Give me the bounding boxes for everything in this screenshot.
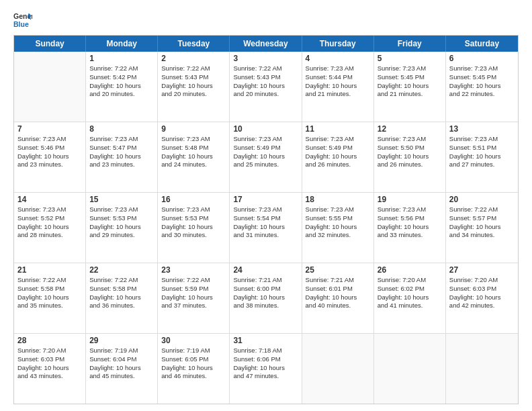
day-info: Sunrise: 7:23 AM Sunset: 5:56 PM Dayligh… (378, 205, 442, 240)
calendar-week-1: 1 Sunrise: 7:22 AM Sunset: 5:42 PM Dayli… (14, 52, 518, 122)
day-info: Sunrise: 7:23 AM Sunset: 5:51 PM Dayligh… (449, 135, 515, 169)
day-info: Sunrise: 7:18 AM Sunset: 6:06 PM Dayligh… (233, 347, 298, 381)
calendar-week-3: 14 Sunrise: 7:23 AM Sunset: 5:52 PM Dayl… (14, 193, 518, 263)
day-cell-10: 10 Sunrise: 7:23 AM Sunset: 5:49 PM Dayl… (230, 122, 302, 192)
day-info: Sunrise: 7:22 AM Sunset: 5:43 PM Dayligh… (161, 64, 226, 99)
header: General Blue (13, 11, 519, 30)
day-cell-22: 22 Sunrise: 7:22 AM Sunset: 5:58 PM Dayl… (86, 263, 158, 333)
calendar-week-4: 21 Sunrise: 7:22 AM Sunset: 5:58 PM Dayl… (14, 263, 518, 334)
header-day-tuesday: Tuesday (158, 36, 230, 52)
day-info: Sunrise: 7:23 AM Sunset: 5:45 PM Dayligh… (449, 64, 515, 99)
day-info: Sunrise: 7:19 AM Sunset: 6:05 PM Dayligh… (161, 347, 226, 381)
day-info: Sunrise: 7:21 AM Sunset: 6:00 PM Dayligh… (233, 276, 298, 310)
day-info: Sunrise: 7:23 AM Sunset: 5:45 PM Dayligh… (378, 64, 442, 99)
day-cell-28: 28 Sunrise: 7:20 AM Sunset: 6:03 PM Dayl… (14, 334, 86, 404)
page: General Blue SundayMondayTuesdayWednesda… (0, 0, 532, 411)
day-cell-1: 1 Sunrise: 7:22 AM Sunset: 5:42 PM Dayli… (86, 52, 158, 122)
calendar-week-5: 28 Sunrise: 7:20 AM Sunset: 6:03 PM Dayl… (14, 334, 518, 404)
day-number: 11 (306, 124, 370, 134)
day-info: Sunrise: 7:23 AM Sunset: 5:52 PM Dayligh… (17, 205, 82, 240)
day-info: Sunrise: 7:20 AM Sunset: 6:03 PM Dayligh… (17, 347, 82, 381)
day-cell-11: 11 Sunrise: 7:23 AM Sunset: 5:49 PM Dayl… (302, 122, 374, 192)
day-cell-18: 18 Sunrise: 7:23 AM Sunset: 5:55 PM Dayl… (302, 193, 374, 263)
day-number: 31 (233, 336, 298, 345)
day-info: Sunrise: 7:22 AM Sunset: 5:43 PM Dayligh… (233, 64, 298, 99)
day-cell-29: 29 Sunrise: 7:19 AM Sunset: 6:04 PM Dayl… (86, 334, 158, 404)
logo-icon: General Blue (13, 11, 32, 30)
day-number: 28 (17, 336, 82, 345)
day-number: 16 (161, 195, 226, 204)
calendar-week-2: 7 Sunrise: 7:23 AM Sunset: 5:46 PM Dayli… (14, 122, 518, 193)
day-number: 8 (89, 124, 154, 134)
day-info: Sunrise: 7:23 AM Sunset: 5:53 PM Dayligh… (161, 205, 226, 240)
day-cell-8: 8 Sunrise: 7:23 AM Sunset: 5:47 PM Dayli… (86, 122, 158, 192)
day-info: Sunrise: 7:23 AM Sunset: 5:54 PM Dayligh… (233, 205, 298, 240)
day-cell-27: 27 Sunrise: 7:20 AM Sunset: 6:03 PM Dayl… (446, 263, 518, 333)
header-day-thursday: Thursday (302, 36, 374, 52)
day-info: Sunrise: 7:19 AM Sunset: 6:04 PM Dayligh… (89, 347, 154, 381)
day-info: Sunrise: 7:22 AM Sunset: 5:42 PM Dayligh… (89, 64, 154, 99)
day-number: 9 (161, 124, 226, 134)
day-cell-14: 14 Sunrise: 7:23 AM Sunset: 5:52 PM Dayl… (14, 193, 86, 263)
header-day-saturday: Saturday (446, 36, 518, 52)
day-cell-4: 4 Sunrise: 7:23 AM Sunset: 5:44 PM Dayli… (302, 52, 374, 122)
day-number: 24 (233, 265, 298, 275)
day-number: 29 (89, 336, 154, 345)
day-cell-17: 17 Sunrise: 7:23 AM Sunset: 5:54 PM Dayl… (230, 193, 302, 263)
day-info: Sunrise: 7:23 AM Sunset: 5:44 PM Dayligh… (306, 64, 370, 99)
day-number: 15 (89, 195, 154, 204)
day-number: 21 (17, 265, 82, 275)
day-number: 30 (161, 336, 226, 345)
day-number: 26 (378, 265, 442, 275)
day-cell-5: 5 Sunrise: 7:23 AM Sunset: 5:45 PM Dayli… (374, 52, 446, 122)
day-info: Sunrise: 7:23 AM Sunset: 5:47 PM Dayligh… (89, 135, 154, 169)
day-number: 6 (449, 54, 515, 63)
day-number: 10 (233, 124, 298, 134)
day-cell-12: 12 Sunrise: 7:23 AM Sunset: 5:50 PM Dayl… (374, 122, 446, 192)
empty-cell (374, 334, 446, 404)
day-number: 3 (233, 54, 298, 63)
day-info: Sunrise: 7:23 AM Sunset: 5:53 PM Dayligh… (89, 205, 154, 240)
day-info: Sunrise: 7:23 AM Sunset: 5:49 PM Dayligh… (306, 135, 370, 169)
calendar-body: 1 Sunrise: 7:22 AM Sunset: 5:42 PM Dayli… (14, 52, 518, 404)
day-number: 14 (17, 195, 82, 204)
day-cell-6: 6 Sunrise: 7:23 AM Sunset: 5:45 PM Dayli… (446, 52, 518, 122)
day-number: 23 (161, 265, 226, 275)
header-day-sunday: Sunday (14, 36, 86, 52)
day-info: Sunrise: 7:23 AM Sunset: 5:46 PM Dayligh… (17, 135, 82, 169)
day-cell-31: 31 Sunrise: 7:18 AM Sunset: 6:06 PM Dayl… (230, 334, 302, 404)
day-cell-13: 13 Sunrise: 7:23 AM Sunset: 5:51 PM Dayl… (446, 122, 518, 192)
day-number: 25 (306, 265, 370, 275)
day-info: Sunrise: 7:22 AM Sunset: 5:59 PM Dayligh… (161, 276, 226, 310)
day-number: 13 (449, 124, 515, 134)
day-cell-3: 3 Sunrise: 7:22 AM Sunset: 5:43 PM Dayli… (230, 52, 302, 122)
empty-cell (302, 334, 374, 404)
day-number: 1 (89, 54, 154, 63)
day-number: 17 (233, 195, 298, 204)
day-info: Sunrise: 7:22 AM Sunset: 5:58 PM Dayligh… (89, 276, 154, 310)
day-info: Sunrise: 7:23 AM Sunset: 5:50 PM Dayligh… (378, 135, 442, 169)
day-cell-20: 20 Sunrise: 7:22 AM Sunset: 5:57 PM Dayl… (446, 193, 518, 263)
svg-text:Blue: Blue (13, 20, 29, 28)
day-number: 19 (378, 195, 442, 204)
day-cell-23: 23 Sunrise: 7:22 AM Sunset: 5:59 PM Dayl… (158, 263, 230, 333)
day-info: Sunrise: 7:23 AM Sunset: 5:48 PM Dayligh… (161, 135, 226, 169)
day-cell-9: 9 Sunrise: 7:23 AM Sunset: 5:48 PM Dayli… (158, 122, 230, 192)
day-cell-2: 2 Sunrise: 7:22 AM Sunset: 5:43 PM Dayli… (158, 52, 230, 122)
day-number: 20 (449, 195, 515, 204)
header-day-wednesday: Wednesday (230, 36, 302, 52)
empty-cell (14, 52, 86, 122)
day-info: Sunrise: 7:23 AM Sunset: 5:55 PM Dayligh… (306, 205, 370, 240)
day-info: Sunrise: 7:22 AM Sunset: 5:57 PM Dayligh… (449, 205, 515, 240)
day-number: 12 (378, 124, 442, 134)
day-cell-24: 24 Sunrise: 7:21 AM Sunset: 6:00 PM Dayl… (230, 263, 302, 333)
header-day-friday: Friday (374, 36, 446, 52)
empty-cell (446, 334, 518, 404)
day-number: 22 (89, 265, 154, 275)
calendar: SundayMondayTuesdayWednesdayThursdayFrid… (13, 35, 519, 404)
day-info: Sunrise: 7:22 AM Sunset: 5:58 PM Dayligh… (17, 276, 82, 310)
day-number: 18 (306, 195, 370, 204)
day-info: Sunrise: 7:23 AM Sunset: 5:49 PM Dayligh… (233, 135, 298, 169)
day-number: 2 (161, 54, 226, 63)
day-cell-15: 15 Sunrise: 7:23 AM Sunset: 5:53 PM Dayl… (86, 193, 158, 263)
